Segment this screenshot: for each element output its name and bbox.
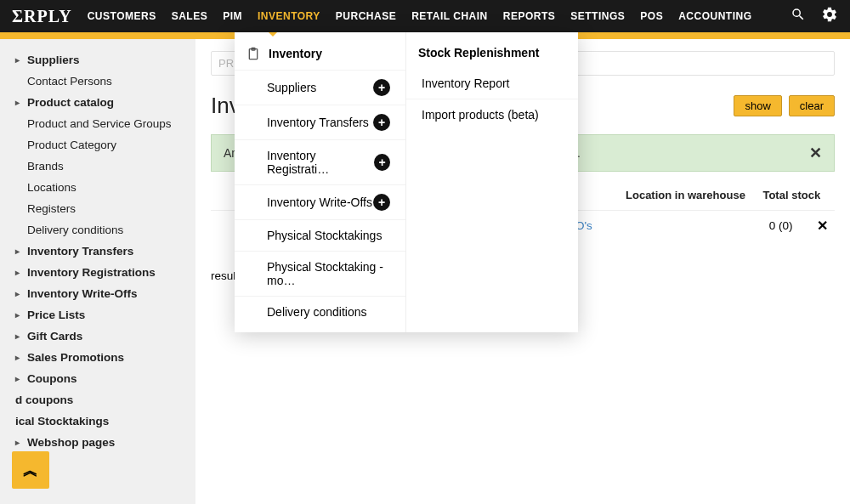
caret-right-icon: ▸ [15, 310, 24, 320]
sidebar-item-contact-persons[interactable]: Contact Persons [0, 71, 196, 92]
sidebar-item-label: Price Lists [27, 309, 85, 321]
sidebar-item-label: Contact Persons [27, 75, 112, 88]
sidebar-item-locations[interactable]: Locations [0, 177, 196, 198]
dd-item-physical-stocktaking-mo-[interactable]: Physical Stocktaking - mo… [235, 251, 405, 296]
caret-right-icon: ▸ [15, 55, 24, 65]
sidebar-item-label: Product catalog [27, 96, 114, 109]
caret-right-icon: ▸ [15, 246, 24, 256]
sidebar-item-label: Product and Service Groups [27, 117, 172, 130]
sidebar-item-label: d coupons [15, 394, 73, 406]
sidebar-item-webshop-pages[interactable]: ▸Webshop pages [0, 432, 196, 453]
nav-reports[interactable]: REPORTS [503, 10, 556, 22]
sidebar-item-label: Webshop pages [27, 436, 115, 449]
dd-item-physical-stocktakings[interactable]: Physical Stocktakings [235, 219, 405, 251]
show-button[interactable]: show [734, 95, 781, 116]
dd-item-inventory-report[interactable]: Inventory Report [406, 68, 578, 99]
dd-item-label: Import products (beta) [422, 108, 539, 122]
sidebar-item-label: Inventory Transfers [27, 245, 133, 258]
plus-icon[interactable]: + [374, 154, 390, 171]
dropdown-header-stock: Stock Replenishment [406, 37, 578, 68]
sidebar-item-inventory-registrations[interactable]: ▸Inventory Registrations [0, 262, 196, 283]
nav-retail-chain[interactable]: RETAIL CHAIN [411, 10, 488, 22]
dd-item-suppliers[interactable]: Suppliers+ [235, 70, 405, 105]
scroll-top-button[interactable]: ︽ [12, 451, 49, 489]
col-location: Location in warehouse [622, 189, 748, 201]
plus-icon[interactable]: + [373, 194, 390, 211]
gear-icon[interactable] [821, 6, 838, 26]
dd-item-inventory-transfers[interactable]: Inventory Transfers+ [235, 105, 405, 139]
sidebar-item-d-coupons[interactable]: d coupons [0, 389, 196, 411]
nav-indicator-arrow-icon [269, 32, 277, 37]
col-stock: Total stock [749, 189, 835, 201]
sidebar-item-registers[interactable]: Registers [0, 198, 196, 219]
nav-customers[interactable]: CUSTOMERS [88, 10, 156, 22]
sidebar-item-label: Gift Cards [27, 330, 82, 343]
sidebar-item-coupons[interactable]: ▸Coupons [0, 368, 196, 389]
dropdown-header-left-label: Inventory [269, 47, 322, 60]
nav-settings[interactable]: SETTINGS [570, 10, 625, 22]
dd-item-label: Inventory Write-Offs [267, 195, 372, 209]
sidebar-item-label: ical Stocktakings [15, 415, 109, 428]
caret-right-icon: ▸ [15, 374, 24, 383]
sidebar-item-product-and-service-groups[interactable]: Product and Service Groups [0, 113, 196, 134]
sidebar-item-product-category[interactable]: Product Category [0, 134, 196, 156]
plus-icon[interactable]: + [373, 79, 390, 96]
dd-item-delivery-conditions[interactable]: Delivery conditions [235, 296, 405, 327]
sidebar-item-delivery-conditions[interactable]: Delivery conditions [0, 219, 196, 241]
dd-item-label: Inventory Registrati… [267, 149, 374, 176]
remove-row-icon[interactable]: ✕ [817, 218, 828, 234]
clear-button[interactable]: clear [789, 95, 835, 116]
dropdown-header-right-label: Stock Replenishment [418, 46, 539, 59]
dropdown-header-inventory: Inventory [235, 37, 405, 70]
sidebar-item-label: Delivery conditions [27, 224, 123, 236]
dd-item-label: Physical Stocktaking - mo… [267, 260, 390, 287]
caret-right-icon: ▸ [15, 268, 24, 277]
nav-sales[interactable]: SALES [172, 10, 208, 22]
dd-item-label: Physical Stocktakings [267, 229, 382, 242]
inventory-dropdown: Inventory Suppliers+Inventory Transfers+… [235, 32, 578, 332]
dd-item-label: Inventory Report [422, 76, 510, 90]
dd-item-inventory-registrati-[interactable]: Inventory Registrati…+ [235, 139, 405, 184]
sidebar-item-product-catalog[interactable]: ▸Product catalog [0, 92, 196, 113]
dd-item-label: Delivery conditions [267, 305, 367, 319]
sidebar-item-label: Registers [27, 202, 76, 215]
sidebar-item-label: Coupons [27, 372, 77, 385]
logo[interactable]: ΣRPLY [12, 7, 72, 26]
sidebar-item-price-lists[interactable]: ▸Price Lists [0, 304, 196, 326]
sidebar-item-suppliers[interactable]: ▸Suppliers [0, 49, 196, 71]
sidebar-item-label: Suppliers [27, 54, 80, 66]
dd-item-label: Inventory Transfers [267, 116, 369, 129]
nav-pos[interactable]: POS [640, 10, 663, 22]
caret-right-icon: ▸ [15, 353, 24, 362]
stock-cell: 0 (0) [745, 219, 818, 232]
nav-pim[interactable]: PIM [223, 10, 242, 22]
sidebar-item-ical-stocktakings[interactable]: ical Stocktakings [0, 411, 196, 432]
main-nav: CUSTOMERSSALESPIMINVENTORYPURCHASERETAIL… [88, 10, 752, 22]
sidebar-item-sales-promotions[interactable]: ▸Sales Promotions [0, 347, 196, 368]
close-icon[interactable]: ✕ [809, 144, 822, 162]
nav-accounting[interactable]: ACCOUNTING [678, 10, 751, 22]
sidebar-item-gift-cards[interactable]: ▸Gift Cards [0, 326, 196, 347]
caret-right-icon: ▸ [15, 98, 24, 107]
nav-inventory[interactable]: INVENTORY [258, 10, 320, 22]
chevron-up-double-icon: ︽ [23, 460, 38, 480]
caret-right-icon: ▸ [15, 438, 24, 447]
plus-icon[interactable]: + [373, 114, 390, 131]
sidebar-item-label: Inventory Write-Offs [27, 287, 138, 300]
sidebar-item-label: Locations [27, 181, 76, 194]
sidebar-item-label: Inventory Registrations [27, 266, 156, 279]
dropdown-col-left: Inventory Suppliers+Inventory Transfers+… [235, 32, 406, 332]
sidebar-item-label: Brands [27, 160, 64, 173]
sidebar-item-inventory-transfers[interactable]: ▸Inventory Transfers [0, 241, 196, 262]
dd-item-label: Suppliers [267, 81, 316, 94]
dd-item-inventory-write-offs[interactable]: Inventory Write-Offs+ [235, 184, 405, 219]
dd-item-import-products-beta-[interactable]: Import products (beta) [406, 99, 578, 130]
nav-purchase[interactable]: PURCHASE [336, 10, 396, 22]
search-icon[interactable] [790, 7, 806, 25]
caret-right-icon: ▸ [15, 331, 24, 341]
sidebar-item-inventory-write-offs[interactable]: ▸Inventory Write-Offs [0, 283, 196, 304]
caret-right-icon: ▸ [15, 289, 24, 298]
sidebar-item-label: Sales Promotions [27, 351, 124, 364]
sidebar-item-label: Product Category [27, 139, 116, 151]
sidebar-item-brands[interactable]: Brands [0, 156, 196, 177]
